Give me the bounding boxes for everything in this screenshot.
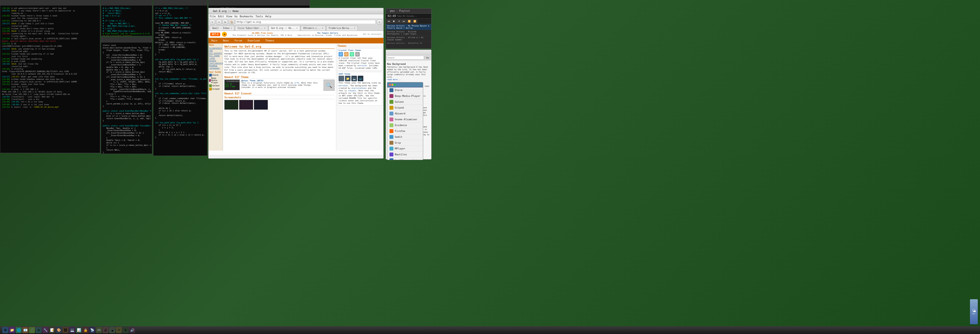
max-btn[interactable]	[8, 2, 10, 4]
taskbar-icon-5[interactable]: 🎵	[29, 327, 35, 333]
pause-button[interactable]: ⏸	[397, 19, 401, 23]
taskbar-icon-2[interactable]: 📁	[9, 327, 15, 333]
app-nautilus[interactable]: Nautilus	[387, 152, 423, 157]
playlist-item-2[interactable]: Various Artists - Ricardo Eberspacher / …	[386, 30, 431, 36]
close-btn[interactable]	[2, 2, 4, 4]
taskbar-icon-20[interactable]: 🔊	[129, 327, 135, 333]
app-max[interactable]	[394, 84, 396, 86]
max-btn-2[interactable]	[108, 2, 111, 4]
go-button[interactable]: →	[377, 19, 382, 24]
taskbar-icon-4[interactable]: 📧	[22, 327, 29, 333]
sidebar-install[interactable]: E17 install	[209, 52, 222, 54]
nav-forum[interactable]: Forum	[232, 39, 245, 42]
close-btn-5[interactable]	[210, 2, 212, 4]
taskbar-icon-6[interactable]: ⚙	[36, 327, 42, 333]
app-min[interactable]	[391, 84, 393, 86]
nav-themes[interactable]: Themes	[262, 39, 277, 42]
app-bmp[interactable]: Beep-Media-Player	[387, 93, 423, 99]
menu-view[interactable]: View	[226, 15, 232, 18]
sidebar-links[interactable]: Links	[209, 57, 222, 59]
home-button[interactable]: 🏠	[229, 19, 234, 24]
playlist-item-3[interactable]: Various Artists - Afrika a / An Indian S…	[386, 36, 431, 42]
app-grip[interactable]: Grip	[387, 140, 423, 146]
sidebar-screenshots[interactable]: Screenshots	[209, 47, 222, 49]
menu-tools[interactable]: Tools	[256, 15, 263, 18]
sidebar-gitpod[interactable]: Gitpod	[209, 87, 222, 91]
close-btn-4[interactable]	[154, 2, 157, 4]
tab-gmail[interactable]: Gmail - Inbox ×	[210, 25, 234, 30]
nav-download[interactable]: Download	[245, 39, 262, 42]
taskbar-icon-16[interactable]: 🖨	[102, 327, 108, 333]
sidebar-roadmap[interactable]: Roadmap	[209, 65, 222, 67]
tab-frederica[interactable]: Frederica-Berna... ×	[326, 25, 358, 30]
app-evidence[interactable]: Evidence	[387, 122, 423, 128]
sidebar-galeon[interactable]: Galeon	[209, 84, 222, 87]
taskbar-icon-9[interactable]: 🎨	[56, 327, 62, 333]
taskbar-icon-17[interactable]: 📱	[109, 327, 115, 333]
close-btn-3[interactable]	[102, 39, 104, 41]
app-oo-writer[interactable]: OpenOffice.org Writer	[387, 157, 423, 160]
tab-gete[interactable]: Get-E.org :: Ho... ×	[269, 25, 301, 30]
min-btn-3[interactable]	[105, 39, 107, 41]
search-input[interactable]	[387, 56, 424, 60]
taskbar-icon-3[interactable]: 🌐	[16, 327, 22, 333]
taskbar-icon-18[interactable]: ⌨	[116, 327, 122, 333]
sidebar-faq[interactable]: FAQ	[209, 49, 222, 52]
min-btn[interactable]	[5, 2, 7, 4]
app-abiword[interactable]: Abiword	[387, 111, 423, 117]
shuffle-button[interactable]: 🔀	[407, 19, 412, 23]
tab-close-cisco[interactable]: ×	[264, 27, 266, 30]
taskbar-icon-11[interactable]: 💻	[69, 327, 75, 333]
taskbar-icon-15[interactable]: 🎮	[96, 327, 102, 333]
reload-button[interactable]: ↻	[223, 19, 228, 24]
app-galeon[interactable]: Galeon	[387, 99, 423, 105]
sidebar-contributors[interactable]: Contributors	[209, 62, 222, 64]
app-gnome-alsa[interactable]: Gnome-Alsamixer	[387, 117, 423, 122]
app-mplayer[interactable]: MPlayer	[387, 146, 423, 152]
tab-ostimers[interactable]: OStimers.c... ×	[301, 25, 325, 30]
menu-bookmarks[interactable]: Bookmarks	[240, 15, 253, 18]
max-btn-3[interactable]	[108, 39, 111, 41]
taskbar-icon-7[interactable]: 🔧	[42, 327, 48, 333]
app-gedit[interactable]: Gedit	[387, 134, 423, 140]
min-btn-5[interactable]	[213, 2, 215, 4]
forward-button[interactable]: →	[216, 19, 222, 24]
nav-main[interactable]: Main	[208, 38, 220, 43]
tab-cisco[interactable]: Cisco Subscriber... ×	[235, 25, 268, 30]
taskbar-icon-19[interactable]: 🖱	[123, 327, 129, 333]
tab-close-frederica[interactable]: ×	[354, 27, 355, 30]
search-button[interactable]: Go	[425, 56, 430, 60]
close-btn-2[interactable]	[102, 2, 104, 4]
taskbar-icon-1[interactable]: 🖥	[2, 327, 8, 333]
menu-file[interactable]: File	[210, 15, 216, 18]
taskbar-icon-10[interactable]: 🖼	[62, 327, 68, 333]
tab-close-gete[interactable]: ×	[296, 27, 298, 30]
taskbar-icon-8[interactable]: 📝	[49, 327, 55, 333]
news-new-bg-link[interactable]: read more...	[387, 78, 430, 81]
stop-button[interactable]: ⏹	[392, 19, 396, 23]
repeat-button[interactable]: 🔁	[412, 19, 417, 23]
app-close[interactable]	[389, 84, 391, 86]
max-btn-4[interactable]	[161, 2, 163, 4]
sidebar-eterm[interactable]: Eterm	[209, 74, 222, 76]
playlist-item-1[interactable]: Various Artists - My Phuong Nguyen & Thi…	[386, 24, 431, 30]
address-bar[interactable]: http://get-e.org	[235, 20, 376, 24]
taskbar-icon-12[interactable]: 📊	[76, 327, 82, 333]
prev-button[interactable]: ⏮	[387, 19, 391, 23]
back-button[interactable]: ←	[210, 19, 215, 24]
app-gitpod[interactable]: Gitpod	[387, 105, 423, 111]
next-button[interactable]: ⏭	[402, 19, 406, 23]
app-firefox[interactable]: Firefox	[387, 128, 423, 134]
sidebar-donate[interactable]: Donate	[209, 60, 222, 62]
min-btn-4[interactable]	[158, 2, 160, 4]
sidebar-bmp[interactable]: Beep-Media-Player	[209, 77, 222, 84]
max-btn-5[interactable]	[216, 2, 218, 4]
taskbar-icon-14[interactable]: 📡	[89, 327, 95, 333]
menu-go[interactable]: Go	[234, 15, 237, 18]
taskbar-icon-13[interactable]: 🔒	[83, 327, 89, 333]
playlist-item-4[interactable]: Various Artists - AfterFire ft. Dannel /…	[386, 42, 431, 44]
min-btn-2[interactable]	[105, 2, 107, 4]
tab-close-gmail[interactable]: ×	[231, 27, 232, 30]
sidebar-theme[interactable]: E17 theme	[209, 54, 222, 57]
app-eterm[interactable]: Eterm	[387, 87, 423, 93]
